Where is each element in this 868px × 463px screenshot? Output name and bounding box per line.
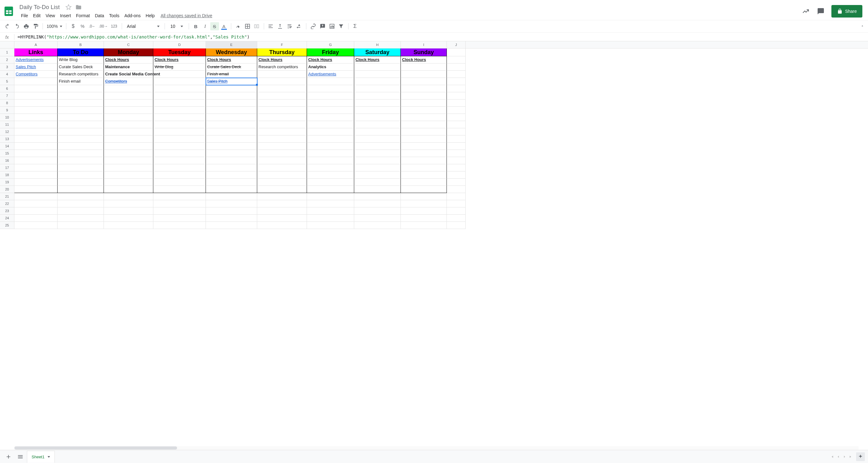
share-label: Share xyxy=(845,9,857,14)
italic-button[interactable]: I xyxy=(201,22,210,30)
merge-cells-button[interactable] xyxy=(252,22,261,30)
comments-icon[interactable] xyxy=(816,7,825,16)
insert-comment-button[interactable] xyxy=(318,22,327,30)
strikethrough-button[interactable]: S xyxy=(210,22,219,30)
format-percent-button[interactable]: % xyxy=(78,22,87,30)
fx-icon: fx xyxy=(0,34,14,40)
increase-decimal-button[interactable]: .00→ xyxy=(98,22,109,30)
redo-button[interactable] xyxy=(12,22,21,30)
title-block: Daily To-Do List File Edit View Insert F… xyxy=(18,3,801,20)
decrease-decimal-button[interactable]: .0← xyxy=(88,22,97,30)
text-rotate-button[interactable] xyxy=(295,22,304,30)
filter-button[interactable] xyxy=(337,22,346,30)
text-wrap-button[interactable] xyxy=(285,22,294,30)
print-button[interactable] xyxy=(22,22,31,30)
toolbar: 100% $ % .0← .00→ 123 Arial 10 B I S A Σ xyxy=(0,20,868,33)
menu-insert[interactable]: Insert xyxy=(58,12,73,20)
open-activity-icon[interactable] xyxy=(801,7,810,16)
menu-view[interactable]: View xyxy=(43,12,57,20)
move-to-folder-icon[interactable] xyxy=(75,4,82,10)
sheets-logo[interactable] xyxy=(2,3,15,20)
bold-button[interactable]: B xyxy=(191,22,200,30)
font-select[interactable]: Arial xyxy=(125,24,162,29)
collapse-toolbar-button[interactable] xyxy=(861,24,864,29)
fill-color-button[interactable] xyxy=(234,22,243,30)
menu-bar: File Edit View Insert Format Data Tools … xyxy=(18,11,801,20)
star-icon[interactable] xyxy=(65,4,72,10)
titlebar: Daily To-Do List File Edit View Insert F… xyxy=(0,0,868,20)
more-formats-button[interactable]: 123 xyxy=(110,22,119,30)
insert-link-button[interactable] xyxy=(309,22,318,30)
share-button[interactable]: Share xyxy=(831,5,862,18)
svg-rect-15 xyxy=(333,26,334,28)
horizontal-align-button[interactable] xyxy=(267,22,275,30)
functions-button[interactable]: Σ xyxy=(351,22,360,30)
lock-icon xyxy=(837,8,843,14)
paint-format-button[interactable] xyxy=(31,22,40,30)
chevron-down-icon xyxy=(181,26,183,27)
svg-rect-13 xyxy=(331,26,331,28)
menu-help[interactable]: Help xyxy=(144,12,157,20)
save-status[interactable]: All changes saved in Drive xyxy=(160,13,212,18)
right-actions: Share xyxy=(801,5,862,18)
menu-addons[interactable]: Add-ons xyxy=(122,12,143,20)
menu-data[interactable]: Data xyxy=(93,12,106,20)
svg-rect-9 xyxy=(257,25,258,28)
text-color-button[interactable]: A xyxy=(220,22,228,30)
menu-edit[interactable]: Edit xyxy=(31,12,43,20)
font-size-select[interactable]: 10 xyxy=(167,24,186,29)
svg-rect-14 xyxy=(332,25,332,28)
zoom-select[interactable]: 100% xyxy=(45,24,64,29)
svg-rect-11 xyxy=(322,25,323,26)
menu-tools[interactable]: Tools xyxy=(107,12,122,20)
format-currency-button[interactable]: $ xyxy=(69,22,78,30)
formula-bar: fx =HYPERLINK("https://www.wordhippo.com… xyxy=(0,33,868,41)
chevron-down-icon xyxy=(157,26,160,27)
chevron-down-icon xyxy=(60,26,62,27)
menu-file[interactable]: File xyxy=(19,12,30,20)
svg-rect-8 xyxy=(254,25,256,28)
vertical-align-button[interactable] xyxy=(276,22,285,30)
doc-title[interactable]: Daily To-Do List xyxy=(18,3,62,11)
insert-chart-button[interactable] xyxy=(328,22,336,30)
undo-button[interactable] xyxy=(3,22,12,30)
formula-input[interactable]: =HYPERLINK("https://www.wordhippo.com/wh… xyxy=(14,34,868,40)
borders-button[interactable] xyxy=(243,22,252,30)
menu-format[interactable]: Format xyxy=(74,12,92,20)
